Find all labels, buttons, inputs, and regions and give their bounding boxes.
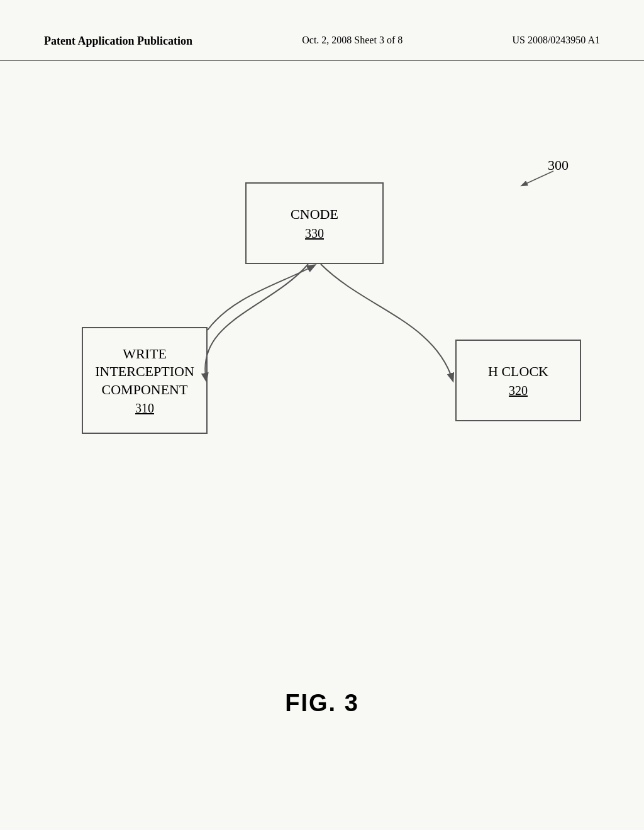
publication-label: Patent Application Publication bbox=[44, 35, 192, 48]
patent-page: Patent Application Publication Oct. 2, 2… bbox=[0, 0, 644, 830]
page-header: Patent Application Publication Oct. 2, 2… bbox=[0, 0, 644, 61]
cnode-box: CNODE 330 bbox=[245, 182, 384, 264]
patent-number-label: US 2008/0243950 A1 bbox=[512, 35, 600, 46]
date-sheet-label: Oct. 2, 2008 Sheet 3 of 8 bbox=[302, 35, 402, 46]
hclock-box: H CLOCK 320 bbox=[455, 340, 581, 421]
cnode-number: 330 bbox=[305, 226, 324, 241]
diagram-area: 300 CNODE 330 WRITEINTERCEPTIONCOMPONENT… bbox=[0, 126, 644, 516]
write-interception-title: WRITEINTERCEPTIONCOMPONENT bbox=[95, 345, 194, 399]
write-interception-box: WRITEINTERCEPTIONCOMPONENT 310 bbox=[82, 327, 208, 434]
hclock-number: 320 bbox=[509, 384, 528, 398]
write-interception-number: 310 bbox=[135, 401, 154, 416]
figure-caption: FIG. 3 bbox=[0, 690, 644, 717]
hclock-title: H CLOCK bbox=[488, 363, 548, 381]
cnode-title: CNODE bbox=[291, 206, 338, 224]
ref-number-300: 300 bbox=[548, 157, 569, 174]
